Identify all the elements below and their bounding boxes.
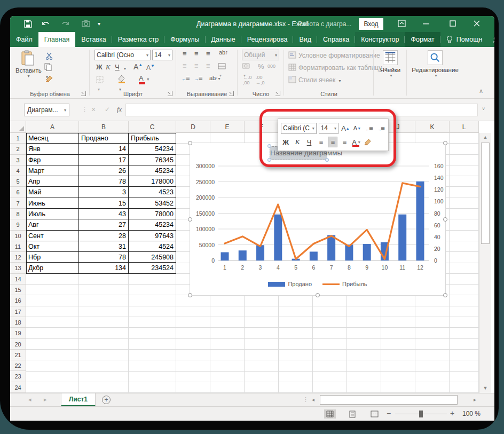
column-header-F[interactable]: F — [245, 121, 279, 133]
row-header-5[interactable]: 5 — [10, 176, 26, 187]
scroll-down-icon[interactable]: ▼ — [479, 384, 491, 393]
chart-legend[interactable]: ПроданоПрибыль — [190, 281, 445, 287]
ribbon-display-options-icon[interactable] — [398, 20, 406, 28]
mini-font-color-button[interactable]: А ▾ — [351, 137, 361, 147]
row-header-9[interactable]: 9 — [10, 219, 26, 230]
save-icon[interactable] — [24, 20, 33, 28]
paste-dropdown-arrow[interactable]: ▾ — [17, 74, 40, 78]
formula-input[interactable] — [125, 104, 478, 116]
bold-button[interactable]: Ж — [96, 64, 103, 70]
row-header-3[interactable]: 3 — [10, 155, 26, 165]
format-painter-icon[interactable] — [45, 75, 53, 83]
tab-Формулы[interactable]: Формулы — [164, 32, 205, 47]
tab-Формат[interactable]: Формат — [405, 32, 440, 47]
vertical-scrollbar[interactable]: ▲ ▼ — [479, 133, 491, 393]
increase-indent-icon[interactable]: →≡ — [194, 74, 202, 82]
sheet-nav-prev-icon[interactable]: ◂ — [28, 396, 32, 403]
row-header-4[interactable]: 4 — [10, 165, 26, 176]
row-header-1[interactable]: 1 — [10, 133, 26, 144]
mini-italic-button[interactable]: К — [293, 137, 302, 147]
tab-Данные[interactable]: Данные — [206, 32, 241, 47]
mini-font-size-combo[interactable]: 14▾ — [319, 123, 338, 134]
mini-align-left-button[interactable]: ≡ — [316, 137, 326, 147]
mini-bold-button[interactable]: Ж — [281, 137, 290, 147]
help-tab[interactable]: Помощн — [456, 36, 483, 43]
name-box[interactable]: Диаграм...▾ — [24, 104, 69, 116]
zoom-level-label[interactable]: 100 % — [462, 410, 481, 417]
shrink-font-button[interactable]: А▼ — [146, 64, 155, 71]
redo-icon[interactable] — [61, 20, 69, 28]
tab-Конструктор[interactable]: Конструктор — [355, 32, 405, 47]
align-right-icon[interactable]: ≡ — [206, 62, 210, 70]
wrap-text-icon[interactable]: ab⁄▾ — [209, 75, 220, 81]
row-header-12[interactable]: 12 — [10, 252, 26, 263]
row-header-21[interactable]: 21 — [10, 350, 26, 360]
row-header-7[interactable]: 7 — [10, 198, 26, 209]
tab-Вставка[interactable]: Вставка — [75, 32, 112, 47]
tab-Файл[interactable]: Файл — [10, 32, 38, 47]
sheet-tab-active[interactable]: Лист1 — [61, 393, 96, 406]
zoom-in-button[interactable]: + — [450, 409, 454, 417]
chart-selection-handle[interactable] — [188, 217, 192, 222]
grow-font-button[interactable]: А▲ — [133, 63, 143, 70]
page-layout-view-icon[interactable] — [346, 409, 358, 419]
qat-customize-icon[interactable]: ▾ — [98, 21, 106, 29]
row-header-11[interactable]: 11 — [10, 241, 26, 252]
camera-icon[interactable] — [82, 20, 90, 28]
font-size-combo[interactable]: 14▾ — [152, 50, 172, 60]
cell-styles-button[interactable]: Стили ячеек ▾ — [298, 76, 341, 84]
mini-underline-button[interactable]: Ч — [304, 137, 314, 147]
formula-bar-expand-icon[interactable]: ˅ — [482, 106, 485, 112]
row-header-15[interactable]: 15 — [10, 285, 26, 295]
title-handle[interactable] — [267, 144, 271, 148]
zoom-slider-thumb[interactable] — [419, 411, 423, 417]
row-header-22[interactable]: 22 — [10, 360, 26, 371]
italic-button[interactable]: К — [106, 64, 111, 70]
namebox-splitter[interactable]: ⋮ — [82, 106, 88, 113]
row-header-16[interactable]: 16 — [10, 295, 26, 306]
row-header-19[interactable]: 19 — [10, 328, 26, 338]
cancel-entry-icon[interactable]: × — [91, 105, 96, 114]
column-header-D[interactable]: D — [176, 121, 210, 133]
row-header-18[interactable]: 18 — [10, 317, 26, 328]
conditional-formatting-button[interactable]: Условное форматирование ▾ — [298, 52, 385, 59]
chart-selection-handle[interactable] — [316, 293, 320, 297]
decrease-decimal-icon[interactable]: .00→,0 — [256, 75, 265, 85]
mini-shrink-font-button[interactable]: А▼ — [352, 123, 362, 133]
mini-font-name-combo[interactable]: Calibri (С▾ — [281, 123, 317, 134]
row-header-6[interactable]: 6 — [10, 187, 26, 198]
paste-button[interactable]: Вставить ▾ — [15, 50, 40, 78]
chart-object[interactable]: 0500001000001500002000002500003000000204… — [190, 143, 446, 296]
horizontal-scrollbar[interactable]: ◂ ▸ — [310, 395, 478, 405]
close-button[interactable] — [473, 20, 482, 28]
scroll-left-icon[interactable]: ◂ — [312, 397, 314, 403]
row-header-24[interactable]: 24 — [10, 382, 26, 393]
column-header-L[interactable]: L — [450, 121, 479, 133]
row-header-13[interactable]: 13 — [10, 263, 26, 273]
horizontal-scroll-thumb[interactable] — [320, 395, 458, 405]
mini-grow-font-button[interactable]: А▲ — [341, 123, 350, 133]
mini-format-painter-icon[interactable] — [363, 137, 373, 147]
chart-selection-handle[interactable] — [443, 141, 447, 145]
chart-selection-handle[interactable] — [443, 293, 447, 297]
page-break-view-icon[interactable] — [368, 409, 380, 419]
row-header-17[interactable]: 17 — [10, 306, 26, 317]
row-header-23[interactable]: 23 — [10, 371, 26, 382]
chart-selection-handle[interactable] — [188, 293, 192, 297]
fill-color-icon[interactable]: ▾ — [117, 75, 126, 93]
align-top-icon[interactable]: ≡ — [183, 50, 186, 58]
font-color-icon[interactable]: А ▾ — [139, 75, 149, 82]
sign-in-button[interactable]: Вход — [359, 18, 383, 30]
number-dialog-launcher[interactable] — [275, 91, 280, 96]
zoom-out-button[interactable]: − — [387, 409, 391, 417]
title-handle[interactable] — [267, 158, 271, 162]
align-center-icon[interactable]: ≡ — [194, 62, 198, 70]
align-left-icon[interactable]: ≡ — [183, 62, 186, 70]
column-header-B[interactable]: B — [79, 121, 129, 133]
name-box-dropdown-arrow[interactable]: ▾ — [64, 108, 66, 113]
underline-dropdown-arrow[interactable]: ▾ — [124, 66, 126, 71]
legend-item-Продано[interactable]: Продано — [268, 281, 312, 287]
normal-view-icon[interactable] — [324, 409, 336, 419]
mini-align-center-button[interactable]: ≡ — [328, 137, 337, 147]
column-header-E[interactable]: E — [210, 121, 245, 133]
